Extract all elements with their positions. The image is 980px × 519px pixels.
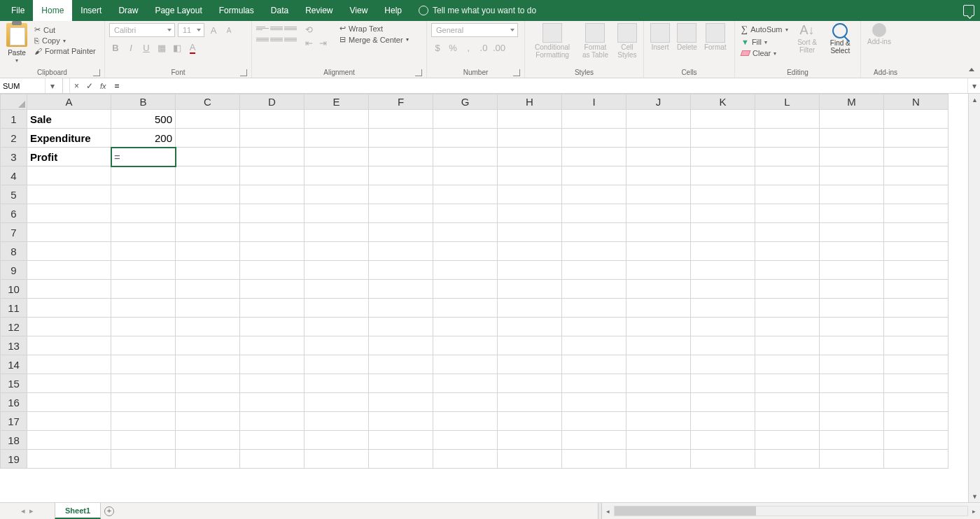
- scroll-up-icon[interactable]: ▲: [969, 94, 980, 106]
- cell-C10[interactable]: [176, 280, 240, 299]
- copy-button[interactable]: ⎘Copy ▾: [32, 36, 98, 45]
- cell-C17[interactable]: [176, 412, 240, 431]
- cell-E17[interactable]: [304, 412, 369, 431]
- hscroll-thumb[interactable]: [615, 506, 756, 516]
- cell-B13[interactable]: [111, 336, 176, 355]
- column-header-F[interactable]: F: [369, 94, 433, 110]
- cell-K7[interactable]: [691, 223, 755, 242]
- number-format-combo[interactable]: General: [431, 23, 518, 37]
- row-header-5[interactable]: 5: [1, 185, 27, 204]
- cell-J13[interactable]: [626, 336, 691, 355]
- cell-H9[interactable]: [498, 261, 562, 280]
- menu-draw[interactable]: Draw: [110, 0, 146, 21]
- cell-F16[interactable]: [369, 393, 433, 412]
- column-header-L[interactable]: L: [755, 94, 820, 110]
- cell-C12[interactable]: [176, 318, 240, 336]
- cancel-formula-button[interactable]: ×: [74, 81, 79, 91]
- cell-N4[interactable]: [884, 166, 948, 185]
- cell-A3[interactable]: Profit: [27, 148, 111, 166]
- cell-N6[interactable]: [884, 204, 948, 223]
- cell-J1[interactable]: [626, 110, 691, 129]
- cell-L11[interactable]: [755, 299, 820, 318]
- column-header-K[interactable]: K: [691, 94, 755, 110]
- new-sheet-button[interactable]: +: [101, 503, 118, 519]
- cell-K4[interactable]: [691, 166, 755, 185]
- accounting-format-button[interactable]: $: [431, 41, 444, 54]
- cell-F11[interactable]: [369, 299, 433, 318]
- cell-E10[interactable]: [304, 280, 369, 299]
- cell-J11[interactable]: [626, 299, 691, 318]
- cell-E11[interactable]: [304, 299, 369, 318]
- row-header-8[interactable]: 8: [1, 242, 27, 261]
- cell-K9[interactable]: [691, 261, 755, 280]
- cell-F17[interactable]: [369, 412, 433, 431]
- cell-L9[interactable]: [755, 261, 820, 280]
- wrap-text-button[interactable]: ↩Wrap Text: [337, 23, 411, 34]
- menu-help[interactable]: Help: [376, 0, 410, 21]
- cell-C1[interactable]: [176, 110, 240, 129]
- cell-A15[interactable]: [27, 374, 111, 393]
- cell-C19[interactable]: [176, 450, 240, 469]
- cell-I18[interactable]: [562, 431, 626, 450]
- cell-L17[interactable]: [755, 412, 820, 431]
- cell-L18[interactable]: [755, 431, 820, 450]
- cell-M19[interactable]: [820, 450, 884, 469]
- cell-M5[interactable]: [820, 185, 884, 204]
- cell-N3[interactable]: [884, 148, 948, 166]
- cell-A11[interactable]: [27, 299, 111, 318]
- decrease-indent-button[interactable]: ⇤: [302, 36, 315, 49]
- cell-D10[interactable]: [240, 280, 304, 299]
- cell-M9[interactable]: [820, 261, 884, 280]
- percent-format-button[interactable]: %: [447, 41, 459, 54]
- cell-C13[interactable]: [176, 336, 240, 355]
- column-header-J[interactable]: J: [626, 94, 691, 110]
- cell-G17[interactable]: [433, 412, 498, 431]
- cell-A9[interactable]: [27, 261, 111, 280]
- cell-L19[interactable]: [755, 450, 820, 469]
- cell-G6[interactable]: [433, 204, 498, 223]
- cut-button[interactable]: ✂Cut: [32, 24, 98, 35]
- cell-E8[interactable]: [304, 242, 369, 261]
- cell-C15[interactable]: [176, 374, 240, 393]
- cell-J12[interactable]: [626, 318, 691, 336]
- cell-I4[interactable]: [562, 166, 626, 185]
- cell-M16[interactable]: [820, 393, 884, 412]
- cell-E9[interactable]: [304, 261, 369, 280]
- cell-M13[interactable]: [820, 336, 884, 355]
- column-header-B[interactable]: B: [111, 94, 176, 110]
- cell-A8[interactable]: [27, 242, 111, 261]
- cell-E19[interactable]: [304, 450, 369, 469]
- cell-D15[interactable]: [240, 374, 304, 393]
- name-box-dropdown-icon[interactable]: ▾: [45, 78, 59, 93]
- cell-C8[interactable]: [176, 242, 240, 261]
- cell-J2[interactable]: [626, 129, 691, 148]
- cell-K6[interactable]: [691, 204, 755, 223]
- column-header-I[interactable]: I: [562, 94, 626, 110]
- clipboard-launcher-icon[interactable]: [93, 69, 100, 76]
- expand-formula-bar-button[interactable]: ▾: [967, 78, 980, 93]
- cell-I3[interactable]: [562, 148, 626, 166]
- cell-D1[interactable]: [240, 110, 304, 129]
- column-header-C[interactable]: C: [176, 94, 240, 110]
- cell-I1[interactable]: [562, 110, 626, 129]
- cell-H7[interactable]: [498, 223, 562, 242]
- cell-K16[interactable]: [691, 393, 755, 412]
- cell-A16[interactable]: [27, 393, 111, 412]
- cell-F9[interactable]: [369, 261, 433, 280]
- cell-M18[interactable]: [820, 431, 884, 450]
- cell-H13[interactable]: [498, 336, 562, 355]
- cell-J18[interactable]: [626, 431, 691, 450]
- cell-K5[interactable]: [691, 185, 755, 204]
- row-header-10[interactable]: 10: [1, 280, 27, 299]
- align-top-button[interactable]: [256, 23, 269, 33]
- italic-button[interactable]: I: [125, 41, 137, 54]
- cell-L6[interactable]: [755, 204, 820, 223]
- cell-E12[interactable]: [304, 318, 369, 336]
- cell-D6[interactable]: [240, 204, 304, 223]
- row-header-19[interactable]: 19: [1, 450, 27, 469]
- comma-format-button[interactable]: ,: [462, 41, 475, 54]
- cell-A14[interactable]: [27, 355, 111, 374]
- cell-L2[interactable]: [755, 129, 820, 148]
- cell-L14[interactable]: [755, 355, 820, 374]
- cell-J17[interactable]: [626, 412, 691, 431]
